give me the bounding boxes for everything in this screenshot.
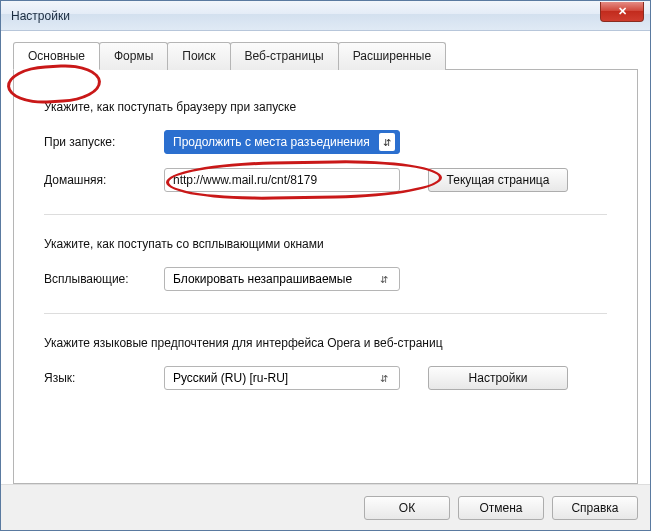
on-start-label: При запуске: (44, 135, 164, 149)
dialog-footer: ОК Отмена Справка (1, 484, 650, 530)
language-select[interactable]: Русский (RU) [ru-RU] ⇵ (164, 366, 400, 390)
popups-value: Блокировать незапрашиваемые (173, 272, 377, 286)
language-value: Русский (RU) [ru-RU] (173, 371, 377, 385)
close-icon: ✕ (618, 5, 627, 18)
home-label: Домашняя: (44, 173, 164, 187)
language-heading: Укажите языковые предпочтения для интерф… (44, 336, 607, 350)
ok-button[interactable]: ОК (364, 496, 450, 520)
tab-webpages[interactable]: Веб-страницы (230, 42, 339, 70)
row-language: Язык: Русский (RU) [ru-RU] ⇵ Настройки (44, 366, 607, 390)
tab-panel-basic: Укажите, как поступать браузеру при запу… (13, 69, 638, 484)
cancel-button[interactable]: Отмена (458, 496, 544, 520)
home-url-input[interactable] (164, 168, 400, 192)
tab-advanced[interactable]: Расширенные (338, 42, 447, 70)
chevron-updown-icon: ⇵ (377, 274, 391, 285)
row-on-start: При запуске: Продолжить с места разъедин… (44, 130, 607, 154)
language-settings-button[interactable]: Настройки (428, 366, 568, 390)
titlebar: Настройки ✕ (1, 1, 650, 31)
separator (44, 214, 607, 215)
row-home: Домашняя: Текущая страница (44, 168, 607, 192)
language-label: Язык: (44, 371, 164, 385)
row-popups: Всплывающие: Блокировать незапрашиваемые… (44, 267, 607, 291)
startup-heading: Укажите, как поступать браузеру при запу… (44, 100, 607, 114)
tab-search[interactable]: Поиск (167, 42, 230, 70)
tab-strip: Основные Формы Поиск Веб-страницы Расшир… (13, 41, 638, 69)
chevron-updown-icon: ⇵ (377, 373, 391, 384)
popups-label: Всплывающие: (44, 272, 164, 286)
close-button[interactable]: ✕ (600, 2, 644, 22)
popups-heading: Укажите, как поступать со всплывающими о… (44, 237, 607, 251)
help-button[interactable]: Справка (552, 496, 638, 520)
client-area: Основные Формы Поиск Веб-страницы Расшир… (1, 31, 650, 484)
tab-forms[interactable]: Формы (99, 42, 168, 70)
window-title: Настройки (11, 9, 70, 23)
tab-basic[interactable]: Основные (13, 42, 100, 70)
current-page-button[interactable]: Текущая страница (428, 168, 568, 192)
on-start-value: Продолжить с места разъединения (173, 135, 379, 149)
chevron-updown-icon: ⇵ (379, 133, 395, 151)
settings-window: Настройки ✕ Основные Формы Поиск Веб-стр… (0, 0, 651, 531)
separator (44, 313, 607, 314)
popups-select[interactable]: Блокировать незапрашиваемые ⇵ (164, 267, 400, 291)
on-start-select[interactable]: Продолжить с места разъединения ⇵ (164, 130, 400, 154)
